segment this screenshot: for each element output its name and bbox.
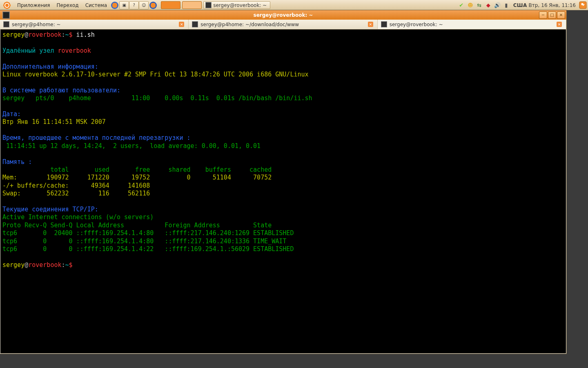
logout-icon[interactable] bbox=[579, 1, 587, 9]
netstat-row: tcp6 0 20400 ::ffff:169.254.1.4:80 ::fff… bbox=[2, 229, 294, 237]
tab-label: sergey@p4home: ~/download/doc/www bbox=[200, 22, 299, 27]
section-uptime: Время, прошедшее с момента последней пер… bbox=[2, 134, 191, 141]
terminal-tab[interactable]: sergey@p4home: ~ ✕ bbox=[0, 20, 189, 29]
mem-header: total used free shared buffers cached bbox=[2, 166, 272, 173]
prompt-user: sergey bbox=[2, 261, 24, 269]
section-memory: Память : bbox=[2, 158, 32, 166]
terminal-icon bbox=[3, 21, 9, 27]
netstat-row: tcp6 0 0 ::ffff:169.254.1.4:22 ::ffff:16… bbox=[2, 245, 294, 253]
terminal-tab[interactable]: sergey@p4home: ~/download/doc/www ✕ bbox=[189, 20, 377, 29]
netstat-header: Active Internet connections (w/o servers… bbox=[2, 213, 154, 221]
uname-line: Linux roverbook 2.6.17-10-server #2 SMP … bbox=[2, 71, 309, 78]
mem-row: Mem: 190972 171220 19752 0 51104 70752 bbox=[2, 174, 272, 181]
section-remote-host: Удалённый узел bbox=[2, 47, 58, 54]
who-line: sergey pts/0 p4home 11:00 0.00s 0.11s 0.… bbox=[2, 94, 312, 102]
prompt-colon: : bbox=[62, 261, 65, 269]
prompt-dollar: $ bbox=[69, 31, 73, 38]
tab-label: sergey@p4home: ~ bbox=[12, 22, 61, 27]
terminal-icon bbox=[381, 21, 387, 27]
terminal-viewport[interactable]: sergey@roverbook:~$ ii.sh Удалённый узел… bbox=[0, 29, 566, 353]
tab-label: sergey@roverbook: ~ bbox=[390, 22, 443, 27]
netstat-columns: Proto Recv-Q Send-Q Local Address Foreig… bbox=[2, 222, 272, 229]
window-app-icon bbox=[2, 11, 10, 19]
tray-users-icon[interactable]: ☻ bbox=[467, 2, 474, 9]
clock-time[interactable]: 11:16 bbox=[561, 2, 576, 8]
tray-network-icon[interactable]: ⇆ bbox=[476, 2, 483, 9]
entered-command: ii.sh bbox=[73, 31, 95, 38]
prompt-user: sergey bbox=[2, 31, 24, 38]
tab-close-icon[interactable]: ✕ bbox=[557, 22, 562, 27]
launcher-terminal-icon[interactable]: ▣ bbox=[119, 1, 129, 9]
mem-buffers-row: -/+ buffers/cache: 49364 141608 bbox=[2, 182, 150, 189]
prompt-path: ~ bbox=[65, 261, 69, 269]
tab-close-icon[interactable]: ✕ bbox=[368, 22, 373, 27]
prompt-colon: : bbox=[62, 31, 65, 38]
window-minimize-button[interactable]: ─ bbox=[539, 11, 547, 19]
menu-places[interactable]: Переход bbox=[53, 0, 82, 10]
clock-day[interactable]: Втр, bbox=[529, 2, 540, 8]
window-title: sergey@roverbook: ~ bbox=[0, 12, 566, 18]
clock-date[interactable]: 16 Янв, bbox=[541, 2, 560, 8]
remote-host-name: roverbook bbox=[58, 47, 91, 54]
tray-ruby-icon[interactable]: ◆ bbox=[485, 2, 492, 9]
task-button[interactable] bbox=[161, 1, 180, 9]
section-date: Дата: bbox=[2, 110, 21, 118]
gnome-panel: Приложения Переход Система ▣ ? ☺ sergey@… bbox=[0, 0, 588, 10]
prompt-path: ~ bbox=[65, 31, 69, 38]
netstat-row: tcp6 0 0 ::ffff:169.254.1.4:80 ::ffff:21… bbox=[2, 238, 286, 245]
mem-swap-row: Swap: 562232 116 562116 bbox=[2, 190, 150, 197]
menu-applications[interactable]: Приложения bbox=[14, 0, 53, 10]
tray-volume-icon[interactable]: 🔊 bbox=[494, 2, 501, 9]
tray-battery-icon[interactable]: ▮ bbox=[503, 2, 510, 9]
task-label: sergey@roverbook: ~ bbox=[213, 2, 267, 8]
terminal-tab-bar: sergey@p4home: ~ ✕ sergey@p4home: ~/down… bbox=[0, 20, 566, 29]
tab-close-icon[interactable]: ✕ bbox=[179, 22, 184, 27]
uptime-line: 11:14:51 up 12 days, 14:24, 2 users, loa… bbox=[2, 142, 261, 150]
prompt-at: @ bbox=[24, 31, 28, 38]
distributor-logo-icon[interactable] bbox=[2, 1, 11, 10]
launcher-firefox-icon[interactable] bbox=[111, 2, 118, 9]
window-close-button[interactable]: ✕ bbox=[557, 11, 565, 19]
window-list: sergey@roverbook: ~ bbox=[161, 1, 270, 9]
menu-system[interactable]: Система bbox=[82, 0, 111, 10]
prompt-at: @ bbox=[24, 261, 28, 269]
window-maximize-button[interactable]: □ bbox=[548, 11, 556, 19]
launcher-browser-icon[interactable] bbox=[149, 2, 157, 9]
terminal-tab-active[interactable]: sergey@roverbook: ~ ✕ bbox=[378, 20, 566, 29]
titlebar[interactable]: sergey@roverbook: ~ ─ □ ✕ bbox=[0, 10, 566, 20]
launcher-users-icon[interactable]: ☺ bbox=[139, 1, 149, 9]
task-button-active[interactable]: sergey@roverbook: ~ bbox=[203, 1, 270, 9]
terminal-window: sergey@roverbook: ~ ─ □ ✕ sergey@p4home:… bbox=[0, 10, 566, 354]
launcher-help-icon[interactable]: ? bbox=[129, 1, 139, 9]
terminal-icon bbox=[205, 2, 212, 8]
prompt-host: roverbook bbox=[28, 31, 61, 38]
date-line: Втр Янв 16 11:14:51 MSK 2007 bbox=[2, 118, 106, 126]
prompt-host: roverbook bbox=[28, 261, 61, 269]
section-users: В системе работают пользователи: bbox=[2, 87, 120, 94]
keyboard-layout-indicator[interactable]: США bbox=[513, 2, 527, 8]
prompt-dollar: $ bbox=[69, 261, 73, 269]
section-tcpip: Текущие соединения TCP/IP: bbox=[2, 206, 98, 213]
task-button[interactable] bbox=[182, 1, 202, 9]
section-extra-info: Дополнительная информация: bbox=[2, 63, 98, 70]
tray-skype-icon[interactable]: ✔ bbox=[458, 2, 465, 9]
terminal-icon bbox=[192, 21, 198, 27]
